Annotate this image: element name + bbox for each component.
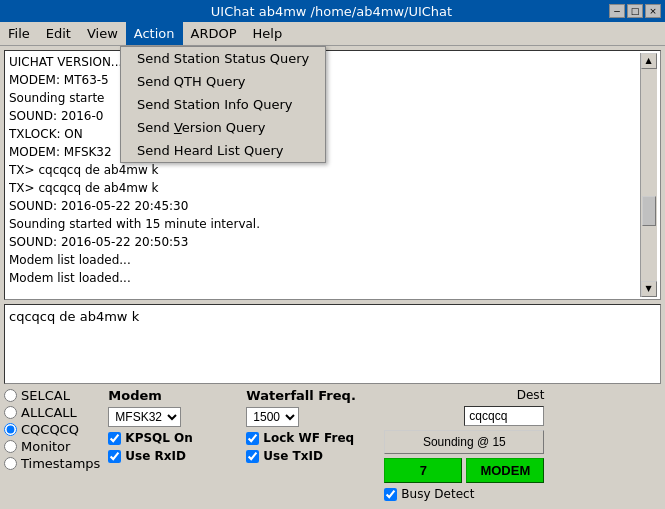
radio-allcall-label: ALLCALL <box>21 405 77 420</box>
modem-label: Modem <box>108 388 238 403</box>
txid-label: Use TxID <box>263 449 323 463</box>
menu-action-heard-list[interactable]: Send Heard List Query <box>121 139 325 162</box>
dest-section: Dest <box>464 388 544 426</box>
radio-cqcqcq[interactable] <box>4 423 17 436</box>
log-line: Sounding started with 15 minute interval… <box>9 215 640 233</box>
radio-timestamps[interactable] <box>4 457 17 470</box>
waterfall-select-wrapper: 1500 1000 2000 <box>246 407 376 427</box>
maximize-button[interactable]: □ <box>627 4 643 18</box>
menu-help[interactable]: Help <box>245 22 291 45</box>
menu-edit[interactable]: Edit <box>38 22 79 45</box>
radio-monitor-row: Monitor <box>4 439 100 454</box>
waterfall-label: Waterfall Freq. <box>246 388 376 403</box>
btn-modem[interactable]: MODEM <box>466 458 544 483</box>
main-panel: UICHAT VERSION... MODEM: MT63-5 Sounding… <box>0 46 665 509</box>
lock-wf-label: Lock WF Freq <box>263 431 354 445</box>
log-area: UICHAT VERSION... MODEM: MT63-5 Sounding… <box>4 50 661 300</box>
bottom-controls: SELCAL ALLCALL CQCQCQ Monitor Timestamps <box>4 388 661 501</box>
menu-action-station-info[interactable]: Send Station Info Query <box>121 93 325 116</box>
menu-bar: File Edit View Action ARDOP Help Send St… <box>0 22 665 46</box>
radio-cqcqcq-row: CQCQCQ <box>4 422 100 437</box>
dest-input[interactable] <box>464 406 544 426</box>
radio-allcall[interactable] <box>4 406 17 419</box>
rxid-label: Use RxID <box>125 449 186 463</box>
log-line: SOUND: 2016-05-22 20:50:53 <box>9 233 640 251</box>
radio-monitor-label: Monitor <box>21 439 70 454</box>
radio-options: SELCAL ALLCALL CQCQCQ Monitor Timestamps <box>4 388 100 501</box>
radio-monitor[interactable] <box>4 440 17 453</box>
btn-row: 7 MODEM <box>384 458 544 483</box>
minimize-button[interactable]: − <box>609 4 625 18</box>
menu-action-station-status[interactable]: Send Station Status Query <box>121 47 325 70</box>
radio-cqcqcq-label: CQCQCQ <box>21 422 79 437</box>
scroll-down-button[interactable]: ▼ <box>641 281 657 297</box>
dest-label: Dest <box>464 388 544 402</box>
menu-view[interactable]: View <box>79 22 126 45</box>
radio-selcal[interactable] <box>4 389 17 402</box>
radio-timestamps-row: Timestamps <box>4 456 100 471</box>
busy-detect-label: Busy Detect <box>401 487 474 501</box>
message-input-text: cqcqcq de ab4mw k <box>9 309 656 324</box>
log-line: TX> cqcqcq de ab4mw k <box>9 179 640 197</box>
log-line: Modem list loaded... <box>9 251 640 269</box>
message-input-area[interactable]: cqcqcq de ab4mw k <box>4 304 661 384</box>
kpsql-label: KPSQL On <box>125 431 193 445</box>
scroll-track[interactable] <box>641 69 657 281</box>
modem-section: Modem MFSK32 MT63 PSK31 KPSQL On Use RxI… <box>108 388 238 501</box>
radio-allcall-row: ALLCALL <box>4 405 100 420</box>
log-scrollbar[interactable]: ▲ ▼ <box>640 53 656 297</box>
kpsql-row: KPSQL On <box>108 431 238 445</box>
title-bar: UIChat ab4mw /home/ab4mw/UIChat − □ × <box>0 0 665 22</box>
radio-timestamps-label: Timestamps <box>21 456 100 471</box>
action-dropdown-menu: Send Station Status Query Send QTH Query… <box>120 46 326 163</box>
btn-7[interactable]: 7 <box>384 458 462 483</box>
scroll-thumb[interactable] <box>642 196 656 226</box>
window-controls: − □ × <box>609 4 661 18</box>
kpsql-checkbox[interactable] <box>108 432 121 445</box>
lock-wf-row: Lock WF Freq <box>246 431 376 445</box>
close-button[interactable]: × <box>645 4 661 18</box>
rxid-checkbox[interactable] <box>108 450 121 463</box>
menu-file[interactable]: File <box>0 22 38 45</box>
lock-wf-checkbox[interactable] <box>246 432 259 445</box>
radio-selcal-label: SELCAL <box>21 388 70 403</box>
log-line: Modem list loaded... <box>9 269 640 287</box>
log-line: SOUND: 2016-05-22 20:45:30 <box>9 197 640 215</box>
window-title: UIChat ab4mw /home/ab4mw/UIChat <box>211 4 452 19</box>
waterfall-section: Waterfall Freq. 1500 1000 2000 Lock WF F… <box>246 388 376 501</box>
modem-select-wrapper: MFSK32 MT63 PSK31 <box>108 407 238 427</box>
menu-action-version-query[interactable]: Send Version Query <box>121 116 325 139</box>
waterfall-select[interactable]: 1500 1000 2000 <box>246 407 299 427</box>
sounding-button[interactable]: Sounding @ 15 <box>384 430 544 454</box>
busy-detect-checkbox[interactable] <box>384 488 397 501</box>
right-section: Dest Sounding @ 15 7 MODEM Busy Detect <box>384 388 544 501</box>
radio-selcal-row: SELCAL <box>4 388 100 403</box>
left-panel: UICHAT VERSION... MODEM: MT63-5 Sounding… <box>0 46 665 509</box>
busy-detect-row: Busy Detect <box>384 487 544 501</box>
txid-checkbox[interactable] <box>246 450 259 463</box>
txid-row: Use TxID <box>246 449 376 463</box>
modem-select[interactable]: MFSK32 MT63 PSK31 <box>108 407 181 427</box>
scroll-up-button[interactable]: ▲ <box>641 53 657 69</box>
menu-action-qth-query[interactable]: Send QTH Query <box>121 70 325 93</box>
menu-action[interactable]: Action <box>126 22 183 45</box>
log-line: TX> cqcqcq de ab4mw k <box>9 161 640 179</box>
rxid-row: Use RxID <box>108 449 238 463</box>
menu-ardop[interactable]: ARDOP <box>183 22 245 45</box>
